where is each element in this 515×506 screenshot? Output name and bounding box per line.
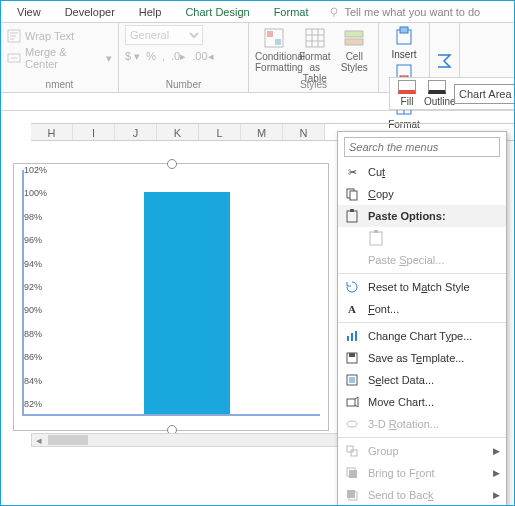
menu-item-label: Copy — [368, 188, 394, 200]
lightbulb-icon — [328, 6, 340, 18]
submenu-arrow-icon: ▶ — [493, 468, 500, 478]
svg-rect-21 — [347, 336, 349, 341]
menu-item-label: Change Chart Type... — [368, 330, 472, 342]
submenu-arrow-icon: ▶ — [493, 446, 500, 456]
svg-point-0 — [331, 8, 337, 14]
bring-front-icon — [344, 467, 360, 479]
outline-swatch-icon — [428, 80, 446, 94]
ribbon-tab-strip: View Developer Help Chart Design Format … — [1, 1, 514, 23]
svg-rect-5 — [267, 31, 273, 37]
svg-rect-17 — [347, 211, 357, 222]
shape-mini-toolbar: Fill Outline Chart Area ▾ — [389, 77, 515, 110]
menu-item-label: Move Chart... — [368, 396, 434, 408]
percent-icon: % — [146, 50, 156, 62]
menu-search-input[interactable] — [344, 137, 500, 157]
chart-object[interactable]: 102%100%98%96%94%92%90%88%86%84%82% — [13, 163, 329, 431]
data-bar[interactable] — [144, 192, 230, 414]
number-format-select: General — [125, 25, 203, 45]
cell-styles-label: Cell Styles — [341, 51, 368, 73]
chart-element-selector-value: Chart Area — [459, 88, 512, 100]
send-back-icon — [344, 489, 360, 501]
wrap-text-label: Wrap Text — [25, 30, 74, 42]
tab-help[interactable]: Help — [129, 3, 172, 21]
svg-rect-30 — [347, 446, 353, 452]
fill-label: Fill — [401, 96, 414, 107]
menu-item-label: 3-D Rotation... — [368, 418, 439, 430]
svg-rect-8 — [345, 31, 363, 37]
svg-rect-27 — [349, 377, 355, 383]
copy-icon — [344, 188, 360, 200]
y-axis-ticks: 102%100%98%96%94%92%90%88%86%84%82% — [24, 170, 56, 414]
menu-item-label: Select Data... — [368, 374, 434, 386]
insert-button[interactable]: Insert — [385, 27, 423, 60]
font-icon: A — [344, 303, 360, 315]
menu-item-label: Reset to Match Style — [368, 281, 470, 293]
menu-copy[interactable]: Copy — [338, 183, 506, 205]
col-header[interactable]: M — [241, 124, 283, 140]
group-alignment: Wrap Text Merge & Center ▾ nment — [1, 23, 119, 92]
outline-button[interactable]: Outline — [424, 80, 450, 107]
menu-item-label: Paste Options: — [368, 210, 446, 222]
svg-rect-31 — [351, 450, 357, 456]
tab-developer[interactable]: Developer — [55, 3, 125, 21]
reset-icon — [344, 281, 360, 293]
clipboard-icon — [344, 209, 360, 223]
svg-rect-18 — [350, 209, 354, 212]
table-icon — [304, 27, 326, 49]
group-icon — [344, 445, 360, 457]
svg-rect-9 — [345, 39, 363, 45]
group-styles: Conditional Formatting Format as Table C… — [249, 23, 379, 92]
menu-change-chart-type[interactable]: Change Chart Type... — [338, 325, 506, 347]
menu-item-label: Bring to Front — [368, 467, 435, 479]
menu-paste-special: Paste Special... — [338, 249, 506, 271]
col-header[interactable]: H — [31, 124, 73, 140]
context-menu: ✂ Cut Copy Paste Options: Paste Special.… — [337, 131, 507, 506]
group-label-alignment: nment — [1, 79, 118, 90]
menu-cut[interactable]: ✂ Cut — [338, 161, 506, 183]
plot-area[interactable]: 102%100%98%96%94%92%90%88%86%84%82% — [22, 170, 320, 416]
fill-button[interactable]: Fill — [394, 80, 420, 107]
tab-chart-design[interactable]: Chart Design — [175, 3, 259, 21]
autosum-icon[interactable] — [436, 53, 452, 69]
group-number: General $ ▾ % , .0▸ .00◂ Number — [119, 23, 249, 92]
fill-swatch-icon — [398, 80, 416, 94]
tab-view[interactable]: View — [7, 3, 51, 21]
menu-item-label: Cut — [368, 166, 385, 178]
scissors-icon: ✂ — [344, 166, 360, 179]
svg-rect-11 — [400, 27, 408, 33]
col-header[interactable]: J — [115, 124, 157, 140]
svg-point-29 — [347, 421, 357, 427]
menu-select-data[interactable]: Select Data... — [338, 369, 506, 391]
menu-font[interactable]: A Font... — [338, 298, 506, 320]
menu-search[interactable] — [344, 137, 500, 157]
rotation-icon — [344, 418, 360, 430]
wrap-text-button: Wrap Text — [7, 25, 112, 47]
clipboard-icon — [368, 230, 384, 246]
col-header[interactable]: L — [199, 124, 241, 140]
svg-rect-19 — [370, 232, 382, 245]
col-header[interactable]: I — [73, 124, 115, 140]
insert-label: Insert — [391, 49, 416, 60]
tab-format[interactable]: Format — [264, 3, 319, 21]
menu-paste-option-icon — [338, 227, 506, 249]
menu-group: Group ▶ — [338, 440, 506, 462]
svg-rect-32 — [349, 470, 357, 478]
col-header[interactable]: K — [157, 124, 199, 140]
svg-rect-25 — [349, 353, 355, 357]
menu-item-label: Paste Special... — [368, 254, 444, 266]
menu-reset-style[interactable]: Reset to Match Style — [338, 276, 506, 298]
merge-icon — [7, 51, 21, 65]
move-chart-icon — [344, 396, 360, 408]
merge-center-label: Merge & Center — [25, 46, 102, 70]
scroll-left-icon[interactable]: ◂ — [32, 434, 46, 447]
svg-rect-23 — [355, 331, 357, 341]
menu-send-to-back: Send to Back ▶ — [338, 484, 506, 506]
menu-3d-rotation: 3-D Rotation... — [338, 413, 506, 435]
scroll-thumb[interactable] — [48, 435, 88, 445]
chart-element-selector[interactable]: Chart Area ▾ — [454, 84, 515, 104]
col-header[interactable]: N — [283, 124, 325, 140]
menu-save-template[interactable]: Save as Template... — [338, 347, 506, 369]
menu-bring-to-front: Bring to Front ▶ — [338, 462, 506, 484]
menu-move-chart[interactable]: Move Chart... — [338, 391, 506, 413]
tell-me-search[interactable]: Tell me what you want to do — [328, 6, 480, 18]
